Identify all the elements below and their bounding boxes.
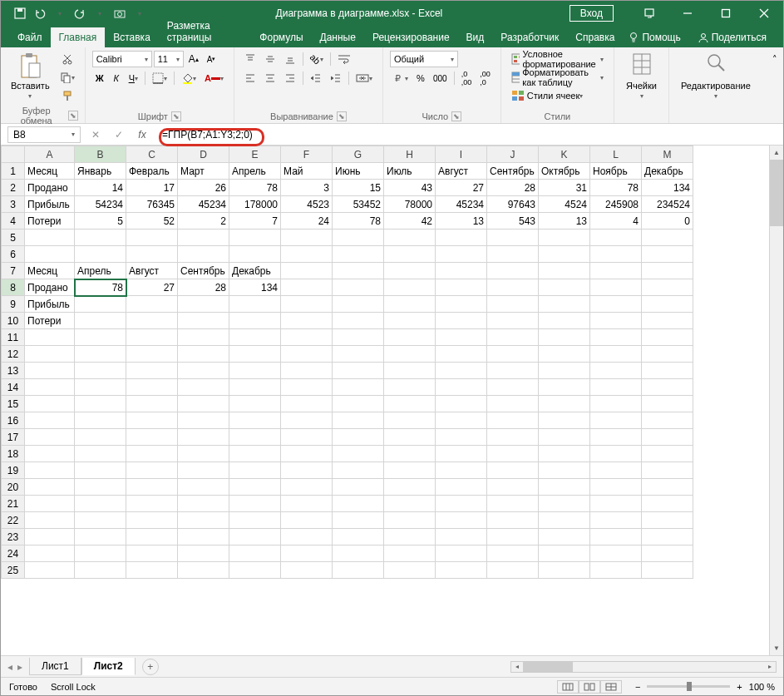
cell-L24[interactable] [590, 545, 642, 562]
cell-E1[interactable]: Апрель [229, 163, 281, 180]
decrease-indent-button[interactable] [307, 70, 325, 86]
col-header-C[interactable]: C [126, 146, 178, 163]
tell-me-button[interactable]: Помощь [623, 27, 685, 47]
cell-G9[interactable] [333, 296, 384, 313]
cell-J22[interactable] [487, 512, 539, 529]
cell-C9[interactable] [126, 296, 178, 313]
cell-H15[interactable] [384, 396, 436, 412]
cell-M22[interactable] [642, 512, 693, 529]
row-header-4[interactable]: 4 [2, 213, 25, 230]
cancel-formula-button[interactable]: ✕ [89, 129, 102, 141]
sheet-tab-Лист1[interactable]: Лист1 [29, 658, 81, 675]
camera-icon[interactable] [111, 4, 129, 22]
cell-L21[interactable] [590, 496, 642, 512]
cell-E2[interactable]: 78 [229, 180, 281, 196]
comma-format-button[interactable]: 000 [430, 70, 451, 86]
cell-B6[interactable] [75, 246, 126, 263]
cell-E19[interactable] [229, 462, 281, 479]
row-header-17[interactable]: 17 [2, 429, 25, 446]
cell-M17[interactable] [642, 429, 693, 446]
cell-D4[interactable]: 2 [178, 213, 229, 230]
ribbon-tab-Разметка страницы[interactable]: Разметка страницы [159, 16, 252, 47]
cell-D19[interactable] [178, 462, 229, 479]
cell-B14[interactable] [75, 379, 126, 396]
row-header-19[interactable]: 19 [2, 462, 25, 479]
cell-A17[interactable] [25, 429, 75, 446]
col-header-H[interactable]: H [384, 146, 436, 163]
cell-B8[interactable]: 78 [75, 279, 126, 296]
row-header-12[interactable]: 12 [2, 346, 25, 363]
row-header-24[interactable]: 24 [2, 545, 25, 562]
row-header-5[interactable]: 5 [2, 230, 25, 246]
cell-G3[interactable]: 53452 [333, 196, 384, 213]
cell-I20[interactable] [436, 479, 487, 496]
add-sheet-button[interactable]: + [142, 659, 159, 675]
row-header-8[interactable]: 8 [2, 279, 25, 296]
row-header-20[interactable]: 20 [2, 479, 25, 496]
cell-L10[interactable] [590, 313, 642, 329]
cell-I3[interactable]: 45234 [436, 196, 487, 213]
cell-I6[interactable] [436, 246, 487, 263]
cell-J25[interactable] [487, 562, 539, 579]
cell-I8[interactable] [436, 279, 487, 296]
cell-J20[interactable] [487, 479, 539, 496]
cell-A11[interactable] [25, 329, 75, 346]
col-header-L[interactable]: L [590, 146, 642, 163]
cell-B25[interactable] [75, 562, 126, 579]
cell-I18[interactable] [436, 446, 487, 462]
cell-I19[interactable] [436, 462, 487, 479]
cell-D25[interactable] [178, 562, 229, 579]
cell-B4[interactable]: 5 [75, 213, 126, 230]
cell-J6[interactable] [487, 246, 539, 263]
cell-I4[interactable]: 13 [436, 213, 487, 230]
cell-E15[interactable] [229, 396, 281, 412]
row-header-22[interactable]: 22 [2, 512, 25, 529]
minimize-icon[interactable] [668, 1, 707, 26]
cell-J3[interactable]: 97643 [487, 196, 539, 213]
cell-C15[interactable] [126, 396, 178, 412]
cell-H16[interactable] [384, 412, 436, 429]
cell-G18[interactable] [333, 446, 384, 462]
cell-K3[interactable]: 4524 [539, 196, 590, 213]
cell-C13[interactable] [126, 363, 178, 379]
cell-A25[interactable] [25, 562, 75, 579]
col-header-B[interactable]: B [75, 146, 126, 163]
cell-L9[interactable] [590, 296, 642, 313]
cell-B7[interactable]: Апрель [75, 263, 126, 279]
cell-G23[interactable] [333, 529, 384, 545]
cell-D20[interactable] [178, 479, 229, 496]
cell-I15[interactable] [436, 396, 487, 412]
cell-D16[interactable] [178, 412, 229, 429]
spreadsheet-grid[interactable]: ABCDEFGHIJKLM1МесяцЯнварьФевральМартАпре… [1, 146, 693, 579]
cell-K21[interactable] [539, 496, 590, 512]
cell-D15[interactable] [178, 396, 229, 412]
hscroll-thumb[interactable] [523, 662, 573, 672]
cell-A15[interactable] [25, 396, 75, 412]
cell-J17[interactable] [487, 429, 539, 446]
col-header-I[interactable]: I [436, 146, 487, 163]
cell-J2[interactable]: 28 [487, 180, 539, 196]
increase-indent-button[interactable] [327, 70, 345, 86]
cell-E12[interactable] [229, 346, 281, 363]
cell-H7[interactable] [384, 263, 436, 279]
cell-M9[interactable] [642, 296, 693, 313]
cell-E5[interactable] [229, 230, 281, 246]
cell-C20[interactable] [126, 479, 178, 496]
cell-M10[interactable] [642, 313, 693, 329]
cell-F17[interactable] [281, 429, 333, 446]
save-icon[interactable] [11, 4, 29, 22]
cell-L19[interactable] [590, 462, 642, 479]
share-button[interactable]: Поделиться [693, 27, 772, 47]
conditional-formatting-button[interactable]: Условное форматирование▾ [508, 51, 607, 67]
cell-M25[interactable] [642, 562, 693, 579]
font-size-select[interactable]: 11▾ [154, 51, 184, 67]
cell-I16[interactable] [436, 412, 487, 429]
cell-A12[interactable] [25, 346, 75, 363]
col-header-G[interactable]: G [333, 146, 384, 163]
cell-H10[interactable] [384, 313, 436, 329]
cell-K7[interactable] [539, 263, 590, 279]
cell-K10[interactable] [539, 313, 590, 329]
decrease-decimal-button[interactable]: ,00,0 [476, 70, 494, 86]
col-header-J[interactable]: J [487, 146, 539, 163]
cell-K20[interactable] [539, 479, 590, 496]
